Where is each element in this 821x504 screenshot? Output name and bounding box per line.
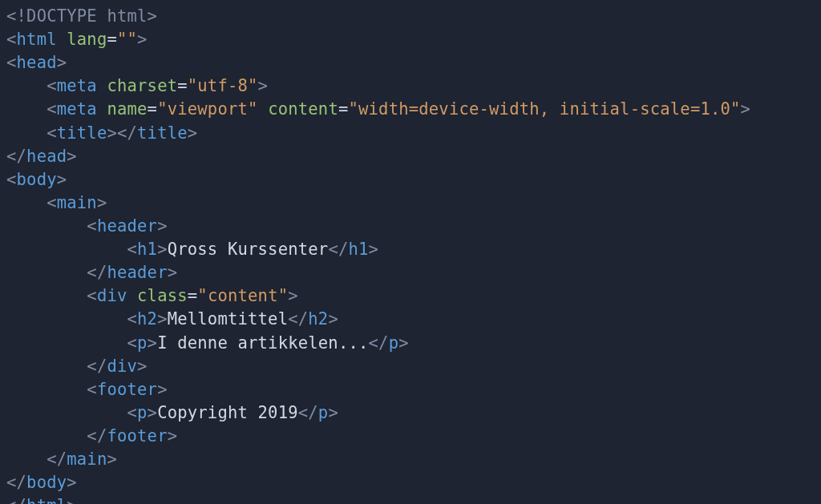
tag-head-open: head	[17, 53, 57, 72]
tag-title-close: title	[137, 123, 188, 143]
tag-p1-close: p	[389, 333, 399, 353]
tag-p2-open: p	[137, 403, 148, 422]
attr-lang: lang	[67, 30, 107, 49]
tag-h2-open: h2	[137, 309, 157, 329]
val-lang: ""	[117, 30, 137, 49]
tag-footer-open: footer	[97, 380, 157, 399]
val-viewport-name: "viewport"	[157, 99, 257, 119]
attr-charset: charset	[107, 76, 177, 95]
text-p1: I denne artikkelen...	[157, 333, 368, 353]
doctype: <!DOCTYPE html>	[6, 6, 157, 26]
tag-meta-viewport: meta	[57, 99, 97, 119]
tag-div-close: div	[107, 357, 137, 376]
tag-h2-close: h2	[308, 309, 328, 329]
tag-h1-close: h1	[348, 240, 368, 259]
tag-p2-close: p	[318, 403, 329, 422]
tag-header-open: header	[97, 216, 157, 236]
code-editor[interactable]: <!DOCTYPE html> <html lang=""> <head> <m…	[0, 0, 821, 504]
val-div-class: "content"	[197, 286, 288, 305]
tag-main-close: main	[67, 450, 107, 469]
tag-html-open: html	[17, 30, 57, 49]
text-p2: Copyright 2019	[157, 403, 298, 422]
val-viewport-content: "width=device-width, initial-scale=1.0"	[348, 99, 740, 119]
tag-html-close: html	[26, 496, 67, 504]
tag-body-open: body	[17, 170, 57, 189]
text-h2: Mellomtittel	[168, 309, 289, 329]
val-charset: "utf-8"	[188, 76, 258, 95]
tag-main-open: main	[57, 193, 97, 212]
tag-head-close: head	[26, 147, 67, 166]
tag-footer-close: footer	[107, 426, 167, 446]
text-h1: Qross Kurssenter	[168, 240, 329, 259]
attr-class: class	[137, 286, 188, 305]
attr-content: content	[268, 99, 338, 119]
tag-h1-open: h1	[137, 240, 157, 259]
tag-header-close: header	[107, 263, 167, 282]
tag-p1-open: p	[137, 333, 148, 353]
tag-title-open: title	[57, 123, 107, 143]
tag-meta-charset: meta	[57, 76, 97, 95]
attr-name: name	[107, 99, 147, 119]
tag-body-close: body	[26, 473, 67, 492]
tag-div-open: div	[97, 286, 127, 305]
